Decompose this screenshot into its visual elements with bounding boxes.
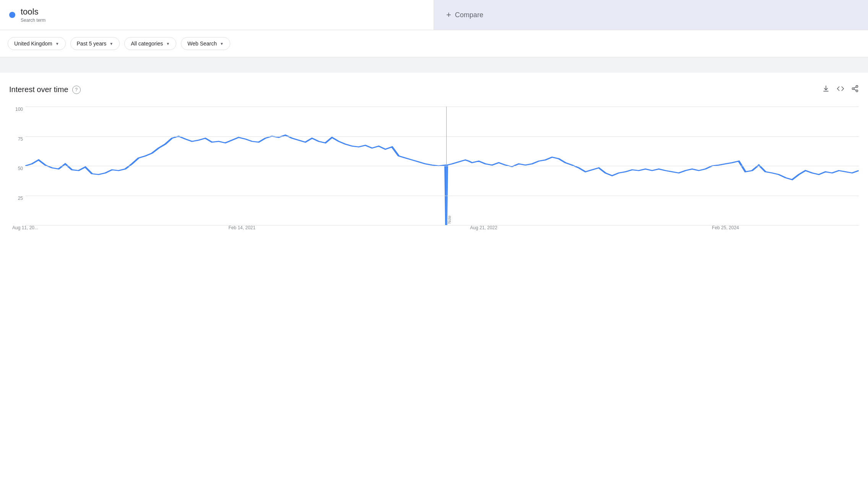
svg-line-3 xyxy=(854,89,856,90)
region-label: United Kingdom xyxy=(14,41,52,47)
period-label: Past 5 years xyxy=(77,41,107,47)
plus-icon: + xyxy=(446,10,451,20)
search-term-label: Search term xyxy=(21,18,46,23)
search-term: tools xyxy=(21,7,46,17)
chevron-down-icon: ▼ xyxy=(109,42,113,46)
chart-title: Interest over time xyxy=(9,85,68,94)
categories-label: All categories xyxy=(131,41,163,47)
x-label-3: Aug 21, 2022 xyxy=(470,225,497,230)
filters-bar: United Kingdom ▼ Past 5 years ▼ All cate… xyxy=(0,30,868,57)
grid-line-100 xyxy=(25,107,859,107)
compare-panel[interactable]: + Compare xyxy=(434,0,868,30)
chart-actions xyxy=(822,85,859,94)
chart-section: Interest over time ? xyxy=(0,73,868,246)
chevron-down-icon: ▼ xyxy=(220,42,224,46)
search-type-label: Web Search xyxy=(187,41,217,47)
chart-header: Interest over time ? xyxy=(9,85,859,94)
categories-filter[interactable]: All categories ▼ xyxy=(124,37,176,50)
svg-line-4 xyxy=(854,87,856,88)
chart-container: 100 75 50 25 Note xyxy=(9,107,859,237)
download-button[interactable] xyxy=(822,85,830,94)
search-term-panel: tools Search term xyxy=(0,0,434,30)
grid-line-50 xyxy=(25,166,859,166)
search-term-text: tools Search term xyxy=(21,7,46,23)
y-label-100: 100 xyxy=(15,107,23,112)
chevron-down-icon: ▼ xyxy=(166,42,170,46)
y-label-75: 75 xyxy=(18,136,23,142)
x-label-1: Aug 11, 20... xyxy=(12,225,38,230)
period-filter[interactable]: Past 5 years ▼ xyxy=(70,37,120,50)
spacer-band xyxy=(0,57,868,73)
y-axis-labels: 100 75 50 25 xyxy=(9,107,25,225)
grid-line-25 xyxy=(25,196,859,196)
chart-title-group: Interest over time ? xyxy=(9,85,81,94)
y-label-25: 25 xyxy=(18,196,23,201)
embed-button[interactable] xyxy=(837,85,844,94)
x-axis-labels: Aug 11, 20... Feb 14, 2021 Aug 21, 2022 … xyxy=(25,225,859,237)
search-type-filter[interactable]: Web Search ▼ xyxy=(181,37,230,50)
note-text: Note xyxy=(447,216,452,224)
note-line: Note xyxy=(446,107,447,225)
region-filter[interactable]: United Kingdom ▼ xyxy=(8,37,66,50)
top-bar: tools Search term + Compare xyxy=(0,0,868,30)
share-button[interactable] xyxy=(851,85,859,94)
y-label-50: 50 xyxy=(18,166,23,171)
term-color-dot xyxy=(9,12,15,18)
chevron-down-icon: ▼ xyxy=(55,42,59,46)
x-label-2: Feb 14, 2021 xyxy=(228,225,255,230)
x-label-4: Feb 25, 2024 xyxy=(712,225,739,230)
help-icon[interactable]: ? xyxy=(72,86,81,94)
compare-label: Compare xyxy=(455,11,483,19)
grid-line-75 xyxy=(25,136,859,137)
chart-area: Note xyxy=(25,107,859,225)
